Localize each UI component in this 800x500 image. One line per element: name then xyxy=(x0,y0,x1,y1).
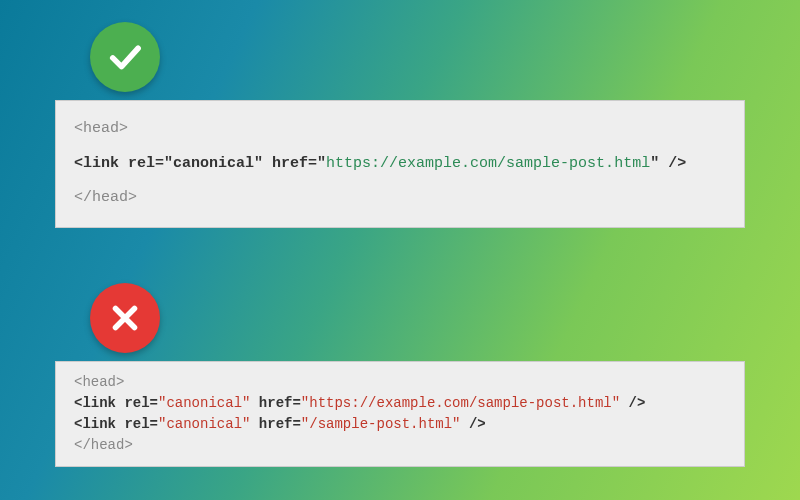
rel-value: "canonical" xyxy=(164,155,263,172)
head-open-tag: <head> xyxy=(74,115,726,144)
href-quote-open: " xyxy=(317,155,326,172)
incorrect-example-section: <head> <link rel="canonical" href="https… xyxy=(0,283,800,467)
href-url-correct: https://example.com/sample-post.html xyxy=(326,155,650,172)
link-tag-incorrect-2: <link rel="canonical" href="/sample-post… xyxy=(74,414,726,435)
href-quote-close: " xyxy=(452,416,460,432)
href-url: /sample-post.html xyxy=(309,416,452,432)
cross-icon xyxy=(106,299,144,337)
href-url: https://example.com/sample-post.html xyxy=(309,395,611,411)
href-label: href= xyxy=(263,155,317,172)
correct-code-block: <head> <link rel="canonical" href="https… xyxy=(55,100,745,228)
link-prefix: <link rel= xyxy=(74,155,164,172)
href-quote-close: " xyxy=(650,155,659,172)
check-icon xyxy=(104,36,146,78)
check-badge xyxy=(90,22,160,92)
link-tag-correct: <link rel="canonical" href="https://exam… xyxy=(74,150,726,179)
href-label: href= xyxy=(250,395,300,411)
link-prefix: <link rel= xyxy=(74,416,158,432)
href-quote-open: " xyxy=(301,416,309,432)
head-close-tag: </head> xyxy=(74,184,726,213)
link-prefix: <link rel= xyxy=(74,395,158,411)
href-quote-close: " xyxy=(612,395,620,411)
cross-badge xyxy=(90,283,160,353)
href-quote-open: " xyxy=(301,395,309,411)
link-suffix: /> xyxy=(659,155,686,172)
head-open-tag: <head> xyxy=(74,372,726,393)
rel-value: "canonical" xyxy=(158,395,250,411)
incorrect-code-block: <head> <link rel="canonical" href="https… xyxy=(55,361,745,467)
head-close-tag: </head> xyxy=(74,435,726,456)
rel-value: "canonical" xyxy=(158,416,250,432)
link-suffix: /> xyxy=(461,416,486,432)
correct-example-section: <head> <link rel="canonical" href="https… xyxy=(0,0,800,228)
href-label: href= xyxy=(250,416,300,432)
link-suffix: /> xyxy=(620,395,645,411)
link-tag-incorrect-1: <link rel="canonical" href="https://exam… xyxy=(74,393,726,414)
